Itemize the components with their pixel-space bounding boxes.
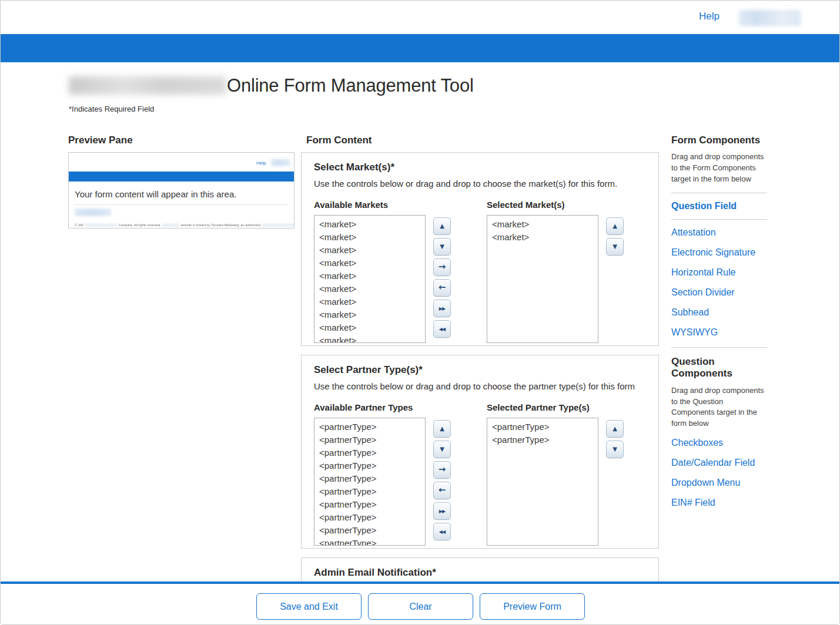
preview-mini-body: Your form content will appear in this ar…	[69, 182, 294, 229]
selected-partner-type-option[interactable]: <partnerType>	[487, 421, 598, 434]
sidebar-item-dropdown-menu[interactable]: Dropdown Menu	[671, 478, 767, 488]
question-components-heading: Question Components	[671, 356, 767, 380]
brand-blue-bar	[1, 34, 839, 62]
redacted-account-button[interactable]	[739, 10, 801, 26]
partner-types-move-right-button[interactable]: →	[433, 461, 451, 479]
markets-move-left-button[interactable]: ←	[433, 279, 451, 297]
page: Help Online Form Management Tool *Indica…	[0, 0, 840, 625]
selected-markets-list[interactable]: <market><market>	[487, 215, 598, 343]
preview-footer-redaction-1	[85, 224, 117, 227]
partner-types-transfer-controls: ▲ ▼ → ← ▶▶ ◀◀	[433, 420, 451, 540]
selected-partner-types-up-button[interactable]: ▲	[606, 420, 624, 438]
preview-footer-redaction-3	[262, 224, 294, 227]
selected-market-option[interactable]: <market>	[487, 231, 598, 244]
sidebar-item-attestation[interactable]: Attestation	[671, 227, 767, 238]
preview-footer-text-3: website is hosted by Tympani Marketing, …	[180, 223, 260, 227]
available-markets-list[interactable]: <market><market><market><market><market>…	[314, 215, 426, 343]
preview-mini-footer: © 202Company. All rights reserved.websit…	[75, 219, 288, 229]
market-option[interactable]: <market>	[314, 270, 425, 283]
market-option[interactable]: <market>	[314, 257, 425, 270]
partner-types-move-all-right-button[interactable]: ▶▶	[433, 502, 451, 520]
selected-partner-types-label: Selected Partner Type(s)	[487, 402, 590, 412]
preview-footer-redaction-2	[162, 224, 179, 227]
market-option[interactable]: <market>	[314, 283, 425, 295]
preview-mini-redacted-button	[271, 159, 290, 166]
required-field-note: *Indicates Required Field	[69, 105, 154, 113]
sidebar-item-wysiwyg[interactable]: WYSIWYG	[671, 327, 767, 338]
selected-partner-type-option[interactable]: <partnerType>	[487, 434, 598, 446]
selected-markets-up-button[interactable]: ▲	[606, 217, 624, 235]
markets-move-all-left-button[interactable]: ◀◀	[433, 320, 451, 338]
market-option[interactable]: <market>	[314, 321, 425, 334]
preview-footer-text-2: Company. All rights reserved.	[118, 223, 160, 227]
selected-partner-types-down-button[interactable]: ▼	[606, 441, 624, 458]
partner-types-move-up-button[interactable]: ▲	[433, 420, 451, 438]
sidebar-item-ein-field[interactable]: EIN# Field	[671, 498, 767, 508]
sidebar-item-section-divider[interactable]: Section Divider	[671, 287, 767, 298]
partner-type-option[interactable]: <partnerType>	[314, 472, 425, 485]
market-option[interactable]: <market>	[314, 295, 425, 308]
partner-type-option[interactable]: <partnerType>	[314, 537, 425, 546]
selected-market-option[interactable]: <market>	[487, 218, 598, 231]
select-partner-types-title: Select Partner Type(s)*	[314, 364, 647, 376]
preview-pane: Help Your form content will appear in th…	[68, 152, 294, 229]
selected-markets-order-controls: ▲ ▼	[606, 217, 624, 256]
partner-types-move-left-button[interactable]: ←	[433, 482, 451, 499]
selected-partner-types-order-controls: ▲ ▼	[606, 420, 624, 458]
partner-types-move-down-button[interactable]: ▼	[433, 441, 451, 458]
divider	[671, 219, 767, 220]
page-title: Online Form Management Tool	[227, 75, 474, 96]
partner-type-option[interactable]: <partnerType>	[314, 524, 425, 537]
markets-transfer-controls: ▲ ▼ → ← ▶▶ ◀◀	[433, 217, 451, 338]
divider	[671, 193, 767, 193]
admin-email-notification-title: Admin Email Notification*	[314, 567, 647, 579]
markets-move-all-right-button[interactable]: ▶▶	[433, 300, 451, 317]
sidebar-item-electronic-signature[interactable]: Electronic Signature	[671, 247, 767, 258]
form-components-description: Drag and drop components to the Form Com…	[671, 152, 767, 185]
markets-move-down-button[interactable]: ▼	[433, 238, 451, 256]
preview-form-button[interactable]: Preview Form	[480, 593, 585, 620]
form-content-heading: Form Content	[306, 135, 372, 146]
partner-type-option[interactable]: <partnerType>	[314, 511, 425, 524]
sidebar-item-checkboxes[interactable]: Checkboxes	[671, 438, 767, 448]
preview-footer-text-1: © 202	[75, 223, 83, 227]
preview-mini-topbar: Help	[69, 153, 294, 172]
markets-move-right-button[interactable]: →	[433, 258, 451, 276]
partner-type-option[interactable]: <partnerType>	[314, 459, 425, 472]
available-partner-types-label: Available Partner Types	[314, 402, 487, 412]
select-markets-description: Use the controls below or drag and drop …	[314, 179, 647, 189]
sidebar-item-question-field[interactable]: Question Field	[671, 201, 767, 211]
preview-placeholder-text: Your form content will appear in this ar…	[75, 189, 288, 199]
select-partner-types-description: Use the controls below or drag and drop …	[314, 381, 647, 391]
save-and-exit-button[interactable]: Save and Exit	[256, 593, 362, 620]
market-option[interactable]: <market>	[314, 218, 425, 231]
sidebar-item-horizontal-rule[interactable]: Horizontal Rule	[671, 267, 767, 278]
available-markets-label: Available Markets	[314, 200, 487, 210]
selected-markets-down-button[interactable]: ▼	[606, 238, 624, 256]
sidebar-item-subhead[interactable]: Subhead	[671, 307, 767, 318]
partner-type-option[interactable]: <partnerType>	[314, 498, 425, 511]
sidebar-item-date-calendar-field[interactable]: Date/Calendar Field	[671, 458, 767, 468]
help-link[interactable]: Help	[699, 11, 719, 22]
partner-types-move-all-left-button[interactable]: ◀◀	[433, 523, 451, 540]
preview-mini-help-label: Help	[256, 160, 266, 166]
market-option[interactable]: <market>	[314, 244, 425, 257]
components-sidebar: Form Components Drag and drop components…	[671, 135, 767, 518]
market-option[interactable]: <market>	[314, 334, 425, 343]
available-partner-types-list[interactable]: <partnerType><partnerType><partnerType><…	[314, 418, 426, 546]
partner-type-option[interactable]: <partnerType>	[314, 485, 425, 498]
market-option[interactable]: <market>	[314, 308, 425, 321]
select-markets-title: Select Market(s)*	[314, 162, 647, 173]
selected-markets-label: Selected Market(s)	[487, 200, 565, 210]
markets-move-up-button[interactable]: ▲	[433, 217, 451, 235]
partner-type-option[interactable]: <partnerType>	[314, 446, 425, 459]
question-components-description: Drag and drop components to the Question…	[671, 385, 767, 429]
redacted-brand-logo	[69, 76, 226, 95]
preview-mini-blue-bar	[69, 172, 294, 182]
selected-partner-types-list[interactable]: <partnerType><partnerType>	[487, 418, 598, 546]
clear-button[interactable]: Clear	[368, 593, 473, 620]
partner-type-option[interactable]: <partnerType>	[314, 421, 425, 434]
market-option[interactable]: <market>	[314, 231, 425, 244]
preview-mini-redacted-chip	[75, 209, 111, 216]
partner-type-option[interactable]: <partnerType>	[314, 434, 425, 446]
